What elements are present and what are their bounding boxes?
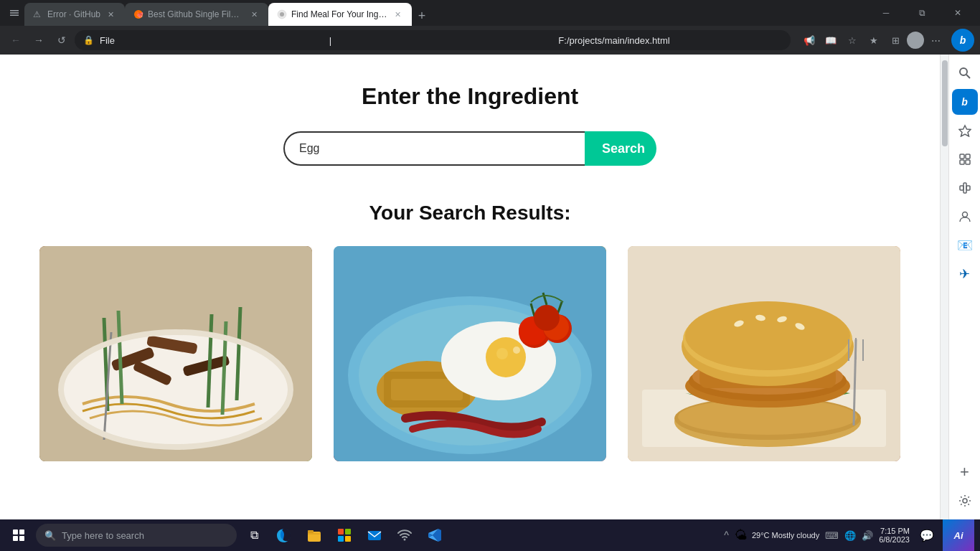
favorites-button[interactable]: ★ — [864, 30, 884, 50]
scrollbar-track[interactable] — [940, 55, 948, 519]
notification-center-button[interactable]: 💬 — [915, 524, 938, 547]
read-aloud-button[interactable]: 📢 — [799, 30, 819, 50]
browser-chrome: ⚠ Error · GitHub ✕ 🐙 Best Github Single … — [0, 0, 980, 55]
weather-icon: 🌤 — [735, 528, 748, 543]
bing-ai-label: b — [961, 96, 968, 108]
svg-marker-69 — [959, 126, 971, 136]
svg-rect-81 — [338, 529, 344, 534]
windows-icon — [13, 529, 24, 541]
start-button[interactable] — [6, 522, 32, 548]
results-grid — [14, 246, 925, 461]
svg-rect-82 — [345, 529, 351, 534]
page-content: Enter the Ingredient Search Your Search … — [0, 55, 940, 490]
chevron-up-icon[interactable]: ^ — [724, 529, 729, 541]
search-container: Search — [14, 131, 925, 166]
result-card-2[interactable] — [334, 246, 606, 461]
bing-copilot-button[interactable]: b — [951, 29, 974, 52]
restore-button[interactable]: ⧉ — [905, 0, 938, 26]
taskbar-search[interactable]: 🔍 Type here to search — [36, 524, 237, 547]
mail-taskbar-button[interactable] — [362, 522, 387, 548]
profile-button[interactable] — [907, 32, 924, 49]
window-controls: ─ ⧉ ✕ — [870, 0, 974, 26]
tab-close-1[interactable]: ✕ — [105, 9, 116, 20]
system-tray: ^ — [724, 529, 729, 541]
tab-favicon-1: ⚠ — [33, 9, 43, 19]
outlook-sidebar-button[interactable]: 📧 — [952, 232, 978, 258]
add-sidebar-button[interactable]: + — [952, 459, 978, 485]
vscode-taskbar-button[interactable] — [422, 522, 448, 548]
keyboard-icon[interactable]: ⌨ — [825, 530, 839, 541]
taskbar-search-text: Type here to search — [62, 530, 144, 541]
svg-point-6 — [280, 12, 284, 17]
weather-widget[interactable]: 🌤 29°C Mostly cloudy — [735, 528, 819, 543]
edge-taskbar-button[interactable] — [271, 522, 297, 548]
result-card-3[interactable] — [628, 246, 900, 461]
security-icon: 🔒 — [83, 35, 94, 45]
search-input-wrapper: Search — [283, 131, 656, 166]
svg-rect-70 — [960, 154, 964, 159]
address-actions: 📢 📖 ☆ ★ ⊞ ⋯ — [799, 30, 946, 50]
result-card-1[interactable] — [39, 246, 312, 461]
file-explorer-taskbar-button[interactable] — [301, 522, 327, 548]
volume-icon[interactable]: 🔊 — [862, 530, 873, 541]
svg-rect-73 — [966, 160, 970, 164]
immersive-reader-button[interactable]: 📖 — [821, 30, 841, 50]
back-button[interactable]: ← — [6, 30, 26, 50]
date-display: 6/8/2023 — [879, 535, 910, 544]
svg-point-86 — [404, 539, 406, 541]
browser-layout: Enter the Ingredient Search Your Search … — [0, 55, 980, 519]
tab-label-2: Best Github Single File Downloa... — [148, 9, 244, 19]
task-view-button[interactable]: ⧉ — [241, 522, 267, 548]
url-bar[interactable]: 🔒 File | F:/projects/main/index.html — [75, 30, 791, 50]
clock-display[interactable]: 7:15 PM 6/8/2023 — [879, 527, 910, 544]
taskbar: 🔍 Type here to search ⧉ ^ 🌤 29°C Mostly … — [0, 519, 980, 551]
forward-button[interactable]: → — [29, 30, 49, 50]
search-button[interactable]: Search — [585, 131, 656, 166]
tabs-container: ⚠ Error · GitHub ✕ 🐙 Best Github Single … — [24, 0, 868, 26]
svg-line-68 — [966, 75, 970, 78]
share-sidebar-button[interactable]: ✈ — [952, 261, 978, 287]
more-button[interactable]: ⋯ — [925, 30, 946, 50]
time-display: 7:15 PM — [879, 527, 910, 535]
add-favorites-button[interactable]: ☆ — [842, 30, 862, 50]
profile-sidebar-button[interactable] — [952, 204, 978, 230]
tab-github-download[interactable]: 🐙 Best Github Single File Downloa... ✕ — [125, 3, 268, 26]
food-image-1 — [39, 246, 312, 461]
ai-taskbar-button[interactable]: Ai — [943, 519, 974, 551]
ingredient-search-input[interactable] — [283, 131, 585, 166]
svg-text:🐙: 🐙 — [136, 11, 143, 18]
svg-point-67 — [960, 68, 967, 75]
tab-close-3[interactable]: ✕ — [392, 9, 403, 20]
url-address: F:/projects/main/index.html — [558, 35, 782, 46]
sidebar-toggle[interactable] — [6, 4, 23, 22]
tab-bar: ⚠ Error · GitHub ✕ 🐙 Best Github Single … — [0, 0, 980, 26]
sidebar-search-button[interactable] — [952, 60, 978, 86]
network-icon[interactable]: 🌐 — [844, 530, 856, 541]
network-taskbar-button[interactable] — [392, 522, 418, 548]
settings-sidebar-button[interactable] — [952, 488, 978, 514]
food-image-2 — [334, 246, 606, 461]
scrollbar-thumb[interactable] — [942, 60, 948, 146]
new-tab-button[interactable]: + — [412, 6, 432, 26]
tab-label-3: Find Meal For Your Ingredients — [291, 9, 387, 19]
minimize-button[interactable]: ─ — [870, 0, 903, 26]
svg-rect-84 — [345, 536, 351, 542]
svg-point-35 — [534, 305, 560, 331]
tab-favicon-3 — [277, 9, 287, 19]
favorites-sidebar-button[interactable] — [952, 118, 978, 143]
address-bar: ← → ↺ 🔒 File | F:/projects/main/index.ht… — [0, 26, 980, 55]
collections-button[interactable]: ⊞ — [885, 30, 905, 50]
tab-find-meal[interactable]: Find Meal For Your Ingredients ✕ — [268, 3, 412, 26]
collections-sidebar-button[interactable] — [952, 146, 978, 172]
ms-store-taskbar-button[interactable] — [331, 522, 357, 548]
close-button[interactable]: ✕ — [941, 0, 974, 26]
svg-point-58 — [685, 301, 850, 370]
results-title: Your Search Results: — [14, 202, 925, 225]
tab-close-2[interactable]: ✕ — [248, 9, 260, 20]
svg-point-78 — [963, 499, 967, 503]
copilot-button[interactable]: b — [952, 89, 978, 115]
tab-error-github[interactable]: ⚠ Error · GitHub ✕ — [24, 3, 125, 26]
extensions-sidebar-button[interactable] — [952, 175, 978, 201]
refresh-button[interactable]: ↺ — [52, 30, 72, 50]
food-image-3 — [628, 246, 900, 461]
